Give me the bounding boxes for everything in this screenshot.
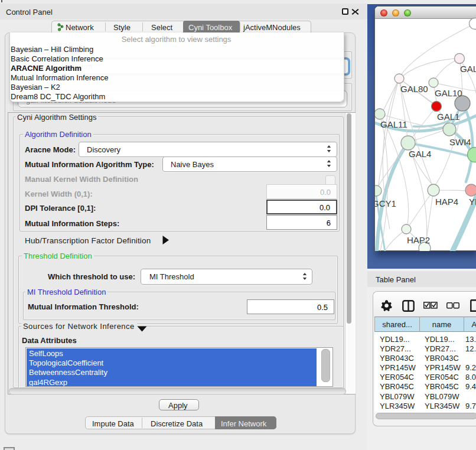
svg-text:HAP2: HAP2 (407, 235, 430, 245)
svg-text:GAL2: GAL2 (460, 64, 476, 74)
svg-text:GCY1: GCY1 (375, 198, 396, 208)
svg-text:GAL10: GAL10 (435, 88, 462, 98)
svg-text:GAL1: GAL1 (437, 112, 459, 122)
svg-text:YP: YP (469, 197, 476, 207)
svg-text:SWI4: SWI4 (449, 137, 471, 147)
svg-text:GAL4: GAL4 (409, 149, 431, 159)
svg-text:GAL80: GAL80 (400, 84, 428, 94)
svg-text:GAL11: GAL11 (380, 119, 407, 129)
svg-text:HAP4: HAP4 (435, 197, 458, 207)
